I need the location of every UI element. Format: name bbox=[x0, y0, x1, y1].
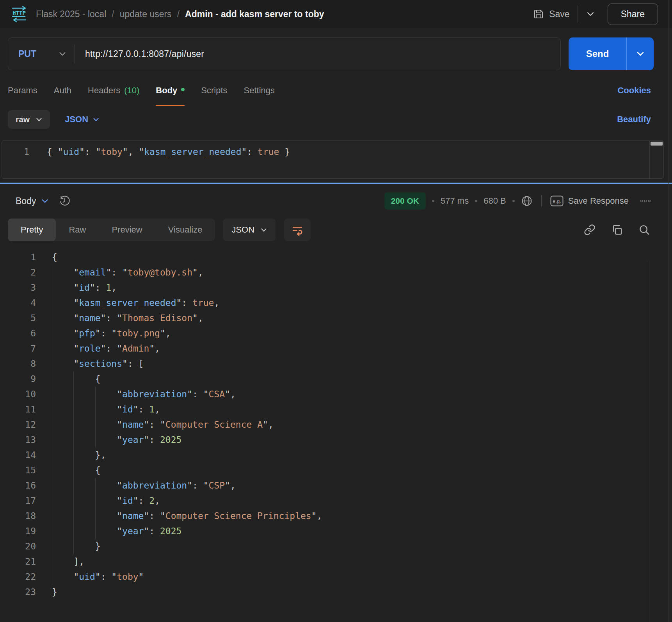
url-input[interactable]: http://127.0.0.1:8087/api/user bbox=[75, 49, 204, 59]
copy-response-button[interactable] bbox=[611, 224, 623, 236]
indent-guide bbox=[73, 463, 74, 478]
code-text: "abbreviation": "CSP", bbox=[52, 478, 236, 493]
dot-separator-icon bbox=[512, 200, 515, 202]
search-response-button[interactable] bbox=[638, 224, 650, 236]
code-text: "id": 1, bbox=[52, 402, 160, 417]
scrollbar-track[interactable] bbox=[649, 141, 663, 178]
send-options-button[interactable] bbox=[627, 37, 654, 70]
line-number: 1 bbox=[0, 250, 36, 265]
cookies-link[interactable]: Cookies bbox=[617, 85, 651, 96]
word-wrap-icon bbox=[291, 224, 304, 236]
word-wrap-button[interactable] bbox=[284, 219, 311, 241]
indent-guide bbox=[73, 402, 74, 417]
indent-guide bbox=[73, 432, 74, 448]
line-number: 10 bbox=[0, 387, 36, 402]
view-preview[interactable]: Preview bbox=[99, 219, 155, 241]
divider bbox=[578, 5, 578, 23]
line-number: 9 bbox=[0, 371, 36, 387]
link-icon bbox=[584, 224, 596, 236]
chevron-down-icon[interactable] bbox=[59, 52, 66, 56]
tab-params[interactable]: Params bbox=[8, 75, 37, 106]
code-line: 23} bbox=[0, 585, 672, 600]
code-text: } bbox=[52, 539, 101, 554]
code-line: 12 "name": "Computer Science A", bbox=[0, 417, 672, 432]
view-pretty[interactable]: Pretty bbox=[8, 219, 56, 241]
more-options-icon[interactable] bbox=[640, 200, 651, 202]
code-line: 15 { bbox=[0, 463, 672, 478]
code-text: "id": 1, bbox=[52, 280, 117, 295]
code-text: ], bbox=[52, 554, 84, 569]
response-meta: 200 OK 577 ms 680 B e.g. Save Response bbox=[384, 192, 651, 210]
response-size[interactable]: 680 B bbox=[484, 196, 506, 206]
breadcrumb-workspace[interactable]: Flask 2025 - local bbox=[36, 9, 106, 20]
scrollbar-thumb[interactable] bbox=[651, 142, 663, 146]
indent-guide bbox=[73, 493, 74, 508]
tab-label: Auth bbox=[54, 85, 71, 96]
line-number: 7 bbox=[0, 341, 36, 356]
response-language-select[interactable]: JSON bbox=[223, 219, 276, 241]
response-code-lines: 1{2 "email": "toby@toby.sh",3 "id": 1,4 … bbox=[0, 250, 672, 600]
code-text: "sections": [ bbox=[52, 356, 144, 371]
network-globe-icon[interactable] bbox=[521, 195, 533, 207]
response-history-button[interactable] bbox=[59, 195, 71, 207]
divider bbox=[668, 0, 668, 622]
send-button[interactable]: Send bbox=[569, 37, 654, 70]
history-icon bbox=[59, 195, 71, 207]
indent-guide bbox=[52, 265, 52, 280]
code-text: "name": "Computer Science Principles", bbox=[52, 508, 322, 524]
code-line: 5 "name": "Thomas Edison", bbox=[0, 311, 672, 326]
code-line: 20 } bbox=[0, 539, 672, 554]
copy-link-button[interactable] bbox=[584, 224, 596, 236]
body-format-select[interactable]: raw bbox=[8, 110, 50, 129]
tab-headers[interactable]: Headers (10) bbox=[88, 75, 139, 106]
response-body-viewer[interactable]: 1{2 "email": "toby@toby.sh",3 "id": 1,4 … bbox=[0, 250, 672, 600]
headers-count-badge: (10) bbox=[124, 85, 139, 96]
indent-guide bbox=[52, 569, 52, 585]
request-title: Admin - add kasm server to toby bbox=[185, 9, 324, 20]
example-icon: e.g. bbox=[550, 195, 564, 206]
code-text: }, bbox=[52, 448, 106, 463]
line-number: 13 bbox=[0, 432, 36, 448]
tab-scripts[interactable]: Scripts bbox=[201, 75, 227, 106]
method-select[interactable]: PUT bbox=[8, 49, 59, 59]
status-badge[interactable]: 200 OK bbox=[384, 192, 426, 210]
line-number: 4 bbox=[0, 295, 36, 311]
send-label[interactable]: Send bbox=[569, 37, 626, 70]
code-line: 22 "uid": "toby" bbox=[0, 569, 672, 585]
indent-guide bbox=[52, 295, 52, 311]
language-label: JSON bbox=[231, 225, 254, 235]
code-text: { "uid": "toby", "kasm_server_needed": t… bbox=[47, 144, 290, 160]
svg-text:e.g.: e.g. bbox=[553, 198, 561, 204]
line-number: 15 bbox=[0, 463, 36, 478]
tab-body[interactable]: Body bbox=[156, 75, 185, 106]
response-body-select[interactable]: Body bbox=[16, 196, 48, 206]
code-line[interactable]: 1{ "uid": "toby", "kasm_server_needed": … bbox=[2, 144, 663, 160]
indent-guide bbox=[52, 478, 52, 493]
save-response-button[interactable]: e.g. Save Response bbox=[550, 195, 629, 206]
scrollbar-track[interactable] bbox=[649, 261, 649, 622]
code-text: "name": "Thomas Edison", bbox=[52, 311, 203, 326]
indent-guide bbox=[95, 417, 96, 432]
save-options-button[interactable] bbox=[584, 9, 597, 19]
code-text: "id": 2, bbox=[52, 493, 160, 508]
save-button[interactable]: Save bbox=[533, 8, 569, 20]
breadcrumb-collection[interactable]: update users bbox=[120, 9, 172, 20]
line-number: 17 bbox=[0, 493, 36, 508]
search-icon bbox=[638, 224, 650, 236]
indent-guide bbox=[52, 432, 52, 448]
beautify-link[interactable]: Beautify bbox=[617, 114, 651, 124]
indent-guide bbox=[73, 448, 74, 463]
language-label: JSON bbox=[65, 114, 88, 124]
tab-auth[interactable]: Auth bbox=[54, 75, 71, 106]
dot-separator-icon bbox=[432, 200, 434, 202]
request-body-editor[interactable]: 1{ "uid": "toby", "kasm_server_needed": … bbox=[2, 140, 664, 179]
tab-settings[interactable]: Settings bbox=[244, 75, 275, 106]
share-button[interactable]: Share bbox=[608, 4, 658, 25]
view-visualize[interactable]: Visualize bbox=[155, 219, 215, 241]
body-language-select[interactable]: JSON bbox=[65, 114, 99, 124]
view-raw[interactable]: Raw bbox=[56, 219, 99, 241]
response-time[interactable]: 577 ms bbox=[441, 196, 469, 206]
format-label: raw bbox=[16, 115, 30, 124]
line-number: 16 bbox=[0, 478, 36, 493]
url-box: PUT http://127.0.0.1:8087/api/user bbox=[8, 37, 561, 70]
